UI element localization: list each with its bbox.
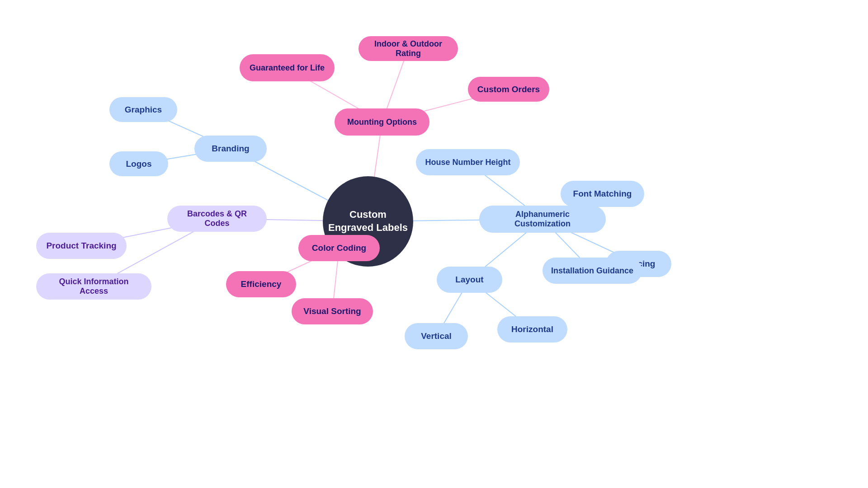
mind-map-svg — [0, 0, 868, 488]
node-house-number: House Number Height — [416, 149, 520, 175]
node-logos: Logos — [109, 151, 168, 176]
node-barcodes-qr: Barcodes & QR Codes — [167, 206, 267, 232]
node-mounting-options: Mounting Options — [335, 108, 429, 136]
node-quick-info: Quick Information Access — [36, 273, 151, 300]
node-guaranteed-life: Guaranteed for Life — [240, 54, 335, 81]
node-vertical: Vertical — [405, 323, 468, 349]
node-product-tracking: Product Tracking — [36, 233, 127, 259]
node-graphics: Graphics — [109, 97, 177, 122]
node-installation-guidance: Installation Guidance — [542, 258, 642, 284]
node-horizontal: Horizontal — [497, 316, 567, 343]
node-color-coding: Color Coding — [298, 235, 380, 261]
node-indoor-outdoor: Indoor & Outdoor Rating — [359, 36, 458, 61]
node-branding: Branding — [194, 136, 267, 162]
node-font-matching: Font Matching — [561, 181, 644, 207]
node-alphanumeric: Alphanumeric Customization — [479, 206, 606, 233]
node-layout: Layout — [437, 267, 502, 293]
node-efficiency: Efficiency — [226, 271, 296, 297]
node-visual-sorting: Visual Sorting — [292, 298, 373, 324]
node-custom-orders: Custom Orders — [468, 77, 549, 102]
